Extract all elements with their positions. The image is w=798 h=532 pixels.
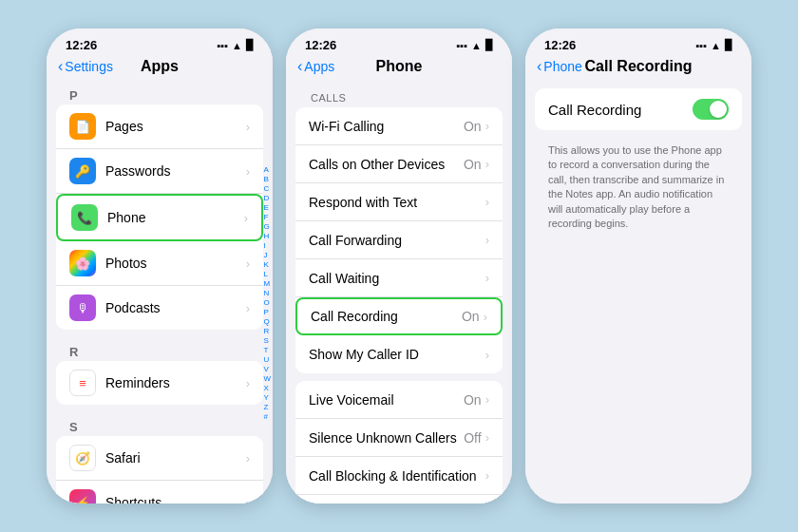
section-s-list: 🧭 Safari › ⚡ Shortcuts › # Slack › bbox=[56, 436, 263, 504]
list-item-blocked-contacts[interactable]: Blocked Contacts › bbox=[295, 495, 503, 504]
call-blocking-chevron: › bbox=[485, 468, 489, 483]
phone2-back-button[interactable]: ‹ Apps bbox=[297, 59, 334, 75]
wifi-icon3: ▲ bbox=[711, 40, 721, 51]
phone-icon: 📞 bbox=[71, 204, 98, 231]
section-s-heading: S bbox=[56, 412, 263, 436]
signal-icon2: ▪▪▪ bbox=[456, 40, 467, 51]
phones-container: 12:26 ▪▪▪ ▲ ▉ ‹ Settings Apps P bbox=[28, 10, 770, 522]
phone3-back-chevron: ‹ bbox=[537, 58, 542, 75]
call-recording-setting-toggle[interactable] bbox=[693, 99, 729, 120]
section-p-heading: P bbox=[56, 81, 263, 104]
list-item-phone[interactable]: 📞 Phone › bbox=[56, 194, 263, 241]
list-item-call-forwarding[interactable]: Call Forwarding › bbox=[295, 221, 503, 259]
reminders-icon: ≡ bbox=[69, 370, 96, 396]
section-p-list: 📄 Pages › 🔑 Passwords › 📞 Phone › bbox=[56, 104, 263, 330]
calls-list: Wi-Fi Calling On › Calls on Other Device… bbox=[295, 107, 503, 373]
calls-other-label: Calls on Other Devices bbox=[309, 157, 464, 172]
list-item-podcasts[interactable]: 🎙 Podcasts › bbox=[56, 286, 263, 330]
phone3-nav-title: Call Recording bbox=[585, 58, 693, 75]
calls-other-chevron: › bbox=[485, 157, 489, 171]
phone3-status-icons: ▪▪▪ ▲ ▉ bbox=[695, 39, 732, 51]
podcasts-label: Podcasts bbox=[105, 300, 246, 315]
phone1-back-label: Settings bbox=[65, 59, 113, 74]
call-recording-description: This allows you to use the Phone app to … bbox=[535, 138, 742, 242]
phone3-scroll[interactable]: Call Recording This allows you to use th… bbox=[525, 81, 751, 504]
live-voicemail-value: On bbox=[464, 392, 482, 408]
shortcuts-icon: ⚡ bbox=[69, 489, 96, 504]
phone2-back-chevron: ‹ bbox=[297, 58, 302, 75]
phone3-status-bar: 12:26 ▪▪▪ ▲ ▉ bbox=[525, 28, 751, 56]
pages-icon: 📄 bbox=[69, 113, 96, 140]
alpha-index[interactable]: ABC DEF GHI JKL MNO PQR STU VWX YZ# bbox=[263, 164, 271, 420]
call-recording-setting-label: Call Recording bbox=[548, 102, 641, 118]
podcasts-chevron: › bbox=[246, 301, 250, 315]
list-item-live-voicemail[interactable]: Live Voicemail On › bbox=[295, 381, 503, 419]
wifi-calling-chevron: › bbox=[485, 119, 489, 133]
battery-icon: ▉ bbox=[246, 39, 254, 51]
list-item-pages[interactable]: 📄 Pages › bbox=[56, 104, 263, 149]
phone1-scroll[interactable]: P 📄 Pages › 🔑 Passwords › 📞 Phone bbox=[47, 81, 273, 504]
section-r-list: ≡ Reminders › bbox=[56, 361, 263, 405]
reminders-label: Reminders bbox=[105, 375, 246, 390]
wifi-calling-label: Wi-Fi Calling bbox=[309, 119, 464, 134]
caller-id-chevron: › bbox=[485, 348, 489, 362]
phone2-time: 12:26 bbox=[305, 38, 336, 52]
reminders-chevron: › bbox=[246, 376, 250, 390]
call-blocking-label: Call Blocking & Identification bbox=[309, 468, 485, 484]
phone2-scroll[interactable]: CALLS Wi-Fi Calling On › Calls on Other … bbox=[286, 81, 512, 504]
list-item-reminders[interactable]: ≡ Reminders › bbox=[56, 361, 263, 405]
caller-id-label: Show My Caller ID bbox=[309, 347, 485, 362]
list-item-photos[interactable]: 🌸 Photos › bbox=[56, 241, 263, 286]
phone3-back-button[interactable]: ‹ Phone bbox=[537, 59, 582, 75]
battery-icon2: ▉ bbox=[485, 39, 493, 51]
signal-icon: ▪▪▪ bbox=[217, 40, 228, 51]
phone1-back-button[interactable]: ‹ Settings bbox=[58, 59, 113, 75]
phone2-screen: 12:26 ▪▪▪ ▲ ▉ ‹ Apps Phone CALLS bbox=[286, 28, 512, 504]
phone3-nav-bar: ‹ Phone Call Recording bbox=[525, 56, 751, 81]
phone-chevron: › bbox=[244, 211, 248, 225]
list-item-call-recording[interactable]: Call Recording On › bbox=[295, 297, 503, 335]
live-voicemail-label: Live Voicemail bbox=[309, 392, 464, 408]
phone1-back-chevron: ‹ bbox=[58, 58, 63, 75]
list-item-call-waiting[interactable]: Call Waiting › bbox=[295, 259, 503, 297]
wifi-icon: ▲ bbox=[232, 40, 242, 51]
phone3: 12:26 ▪▪▪ ▲ ▉ ‹ Phone Call Recording bbox=[525, 28, 751, 504]
pages-chevron: › bbox=[246, 120, 250, 134]
list-item-respond-text[interactable]: Respond with Text › bbox=[295, 183, 503, 221]
photos-label: Photos bbox=[105, 256, 246, 271]
list-item-call-blocking[interactable]: Call Blocking & Identification › bbox=[295, 457, 503, 495]
section-r-heading: R bbox=[56, 337, 263, 361]
phone2: 12:26 ▪▪▪ ▲ ▉ ‹ Apps Phone CALLS bbox=[286, 28, 512, 504]
calls-section-header: CALLS bbox=[295, 81, 503, 107]
call-recording-setting-group: Call Recording bbox=[535, 88, 742, 130]
phone2-status-icons: ▪▪▪ ▲ ▉ bbox=[456, 39, 493, 51]
call-recording-value: On bbox=[462, 309, 480, 324]
list-item-caller-id[interactable]: Show My Caller ID › bbox=[295, 335, 503, 373]
list-item-wifi-calling[interactable]: Wi-Fi Calling On › bbox=[295, 107, 503, 145]
phone-label: Phone bbox=[107, 210, 244, 225]
battery-icon3: ▉ bbox=[725, 39, 732, 51]
phone2-nav-bar: ‹ Apps Phone bbox=[286, 56, 512, 81]
call-recording-chevron: › bbox=[484, 310, 487, 324]
list-item-calls-other[interactable]: Calls on Other Devices On › bbox=[295, 145, 503, 183]
phone3-screen: 12:26 ▪▪▪ ▲ ▉ ‹ Phone Call Recording bbox=[525, 28, 751, 504]
calls-other-value: On bbox=[464, 157, 482, 172]
safari-icon: 🧭 bbox=[69, 445, 96, 471]
call-waiting-chevron: › bbox=[485, 271, 489, 285]
phone1-status-icons: ▪▪▪ ▲ ▉ bbox=[217, 39, 254, 51]
list-item-shortcuts[interactable]: ⚡ Shortcuts › bbox=[56, 481, 263, 504]
phone1-nav-title: Apps bbox=[141, 58, 179, 75]
call-waiting-label: Call Waiting bbox=[309, 271, 485, 286]
photos-chevron: › bbox=[246, 256, 250, 271]
safari-label: Safari bbox=[105, 450, 246, 466]
safari-chevron: › bbox=[246, 451, 250, 466]
call-recording-setting-row: Call Recording bbox=[535, 88, 742, 130]
list-item-silence-unknown[interactable]: Silence Unknown Callers Off › bbox=[295, 419, 503, 457]
passwords-label: Passwords bbox=[105, 163, 246, 179]
phone2-status-bar: 12:26 ▪▪▪ ▲ ▉ bbox=[286, 28, 512, 56]
passwords-chevron: › bbox=[246, 164, 250, 179]
phone1-screen: 12:26 ▪▪▪ ▲ ▉ ‹ Settings Apps P bbox=[47, 28, 273, 504]
list-item-passwords[interactable]: 🔑 Passwords › bbox=[56, 149, 263, 194]
list-item-safari[interactable]: 🧭 Safari › bbox=[56, 436, 263, 481]
phone2-back-label: Apps bbox=[304, 59, 334, 74]
